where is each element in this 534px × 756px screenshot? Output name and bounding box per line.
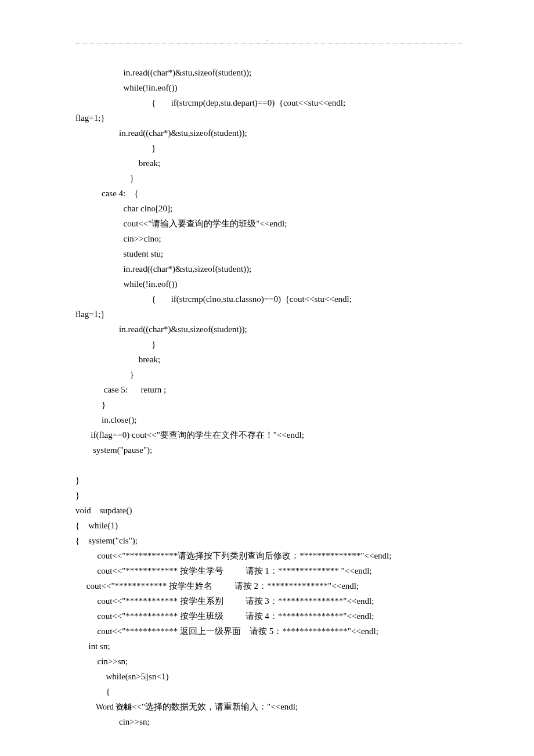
page-body: in.read((char*)&stu,sizeof(student)); wh… [0, 0, 534, 753]
header-dot: . [266, 35, 268, 44]
header-divider [75, 44, 464, 44]
page-footer: Word 资料 [96, 702, 132, 712]
code-block: in.read((char*)&stu,sizeof(student)); wh… [75, 65, 464, 729]
